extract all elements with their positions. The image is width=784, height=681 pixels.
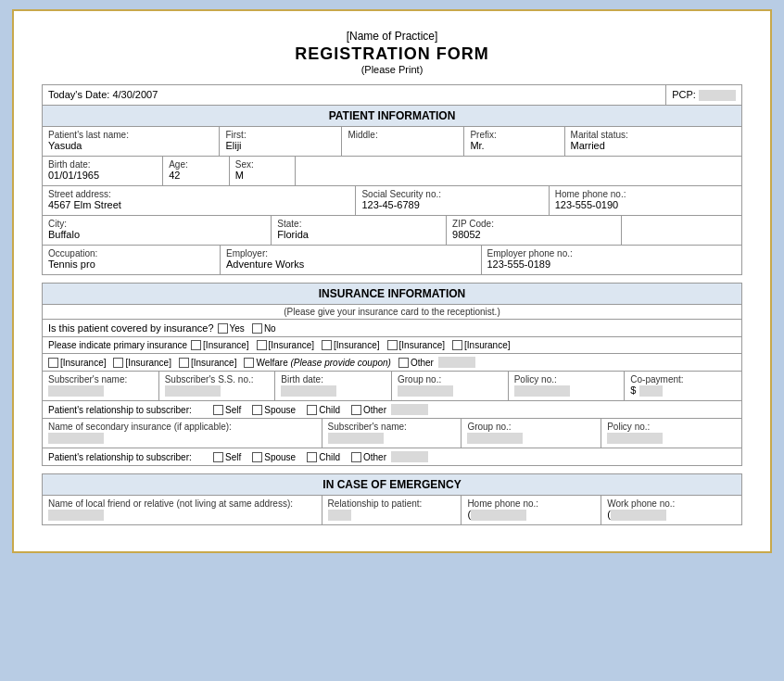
ins4-checkbox[interactable] [387, 340, 398, 350]
secondary-group-value[interactable] [467, 433, 523, 444]
emergency-section-header: IN CASE OF EMERGENCY [43, 474, 741, 496]
subscriber-ss-cell: Subscriber's S.S. no.: [159, 372, 276, 400]
first-name-cell: First: Eliji [220, 127, 342, 156]
group-no-cell: Group no.: [392, 372, 509, 400]
policy-no-value[interactable] [514, 385, 570, 397]
empty-cell [296, 157, 741, 185]
self-checkbox[interactable] [213, 405, 223, 415]
ins1-checkbox[interactable] [191, 340, 201, 350]
form-title: REGISTRATION FORM [42, 44, 742, 64]
sex-cell: Sex: M [230, 157, 297, 185]
ins1-checkbox-item: [Insurance] [191, 340, 248, 350]
city-cell: City: Buffalo [43, 216, 272, 245]
other2-checkbox-item: Other [351, 451, 428, 462]
child-checkbox[interactable] [307, 405, 317, 415]
covered-row: Is this patient covered by insurance? Ye… [43, 320, 741, 337]
relationship-row-2: Patient's relationship to subscriber: Se… [43, 448, 741, 465]
insurance-subheader: (Please give your insurance card to the … [43, 305, 741, 320]
welfare-checkbox-item: Welfare (Please provide coupon) [244, 358, 390, 368]
secondary-ins-cell: Name of secondary insurance (if applicab… [43, 419, 322, 448]
subscriber-grid: Subscriber's name: Subscriber's S.S. no.… [43, 372, 741, 401]
ins3-checkbox-item: [Insurance] [322, 340, 379, 350]
other2-checkbox[interactable] [351, 452, 361, 462]
name-row: Patient's last name: Yasuda First: Eliji… [43, 127, 741, 157]
other-checkbox-item: Other [398, 357, 475, 368]
ins5-checkbox-item: [Insurance] [452, 340, 510, 350]
birth-row: Birth date: 01/01/1965 Age: 42 Sex: M [43, 157, 741, 186]
primary-insurance-row: Please indicate primary insurance [Insur… [43, 337, 741, 354]
spouse-checkbox[interactable] [252, 405, 262, 415]
ins8-checkbox[interactable] [179, 358, 189, 368]
subscriber-name-value[interactable] [48, 385, 104, 397]
ins6-checkbox[interactable] [48, 358, 58, 368]
rel-to-patient-value[interactable] [328, 510, 351, 521]
rel-to-patient-cell: Relationship to patient: [322, 496, 462, 524]
occupation-cell: Occupation: Tennis pro [43, 246, 221, 274]
registration-form: [Name of Practice] REGISTRATION FORM (Pl… [12, 9, 772, 553]
zip-cell: ZIP Code: 98052 [447, 216, 622, 245]
other-rel-value[interactable] [391, 404, 428, 415]
state-cell: State: Florida [272, 216, 447, 245]
secondary-subscriber-value[interactable] [328, 433, 384, 444]
spouse2-checkbox[interactable] [252, 452, 262, 462]
relationship-row-1: Patient's relationship to subscriber: Se… [43, 401, 741, 419]
patient-section: Today's Date: 4/30/2007 PCP: PATIENT INF… [42, 84, 742, 275]
policy-no-cell: Policy no.: [509, 372, 626, 400]
secondary-subscriber-cell: Subscriber's name: [322, 419, 462, 448]
last-name-cell: Patient's last name: Yasuda [43, 127, 220, 156]
zip-empty [622, 216, 741, 245]
copay-value[interactable] [639, 385, 663, 397]
ins2-checkbox-item: [Insurance] [257, 340, 314, 350]
friend-cell: Name of local friend or relative (not li… [43, 496, 322, 524]
birth-date-ins-cell: Birth date: [275, 372, 392, 400]
pcp-value[interactable] [699, 90, 736, 101]
city-row: City: Buffalo State: Florida ZIP Code: 9… [43, 216, 741, 246]
yes-checkbox[interactable] [218, 323, 228, 334]
ins4-checkbox-item: [Insurance] [387, 340, 445, 350]
self2-checkbox[interactable] [213, 452, 223, 462]
other-rel-checkbox[interactable] [351, 405, 361, 415]
occupation-row: Occupation: Tennis pro Employer: Adventu… [43, 246, 741, 274]
other-rel-checkbox-item: Other [351, 404, 428, 415]
ins2-checkbox[interactable] [257, 340, 267, 350]
em-home-phone-cell: Home phone no.: ( [462, 496, 601, 524]
self-checkbox-item: Self [213, 405, 241, 415]
subscriber-ss-value[interactable] [165, 385, 221, 397]
ins5-checkbox[interactable] [452, 340, 462, 350]
other2-value[interactable] [391, 451, 428, 462]
secondary-policy-cell: Policy no.: [601, 419, 741, 448]
subscriber-name-cell: Subscriber's name: [43, 372, 159, 400]
middle-cell: Middle: [342, 127, 464, 156]
ins3-checkbox[interactable] [322, 340, 332, 350]
ins7-checkbox-item: [Insurance] [113, 358, 171, 368]
ins8-checkbox-item: [Insurance] [179, 358, 236, 368]
street-row: Street address: 4567 Elm Street Social S… [43, 186, 741, 216]
copay-cell: Co-payment: $ [625, 372, 741, 400]
em-work-phone-value[interactable] [611, 510, 666, 521]
date-field: Today's Date: 4/30/2007 [43, 85, 665, 105]
child2-checkbox[interactable] [307, 452, 317, 462]
no-checkbox-item: No [252, 323, 276, 334]
employer-cell: Employer: Adventure Works [221, 246, 482, 274]
street-cell: Street address: 4567 Elm Street [43, 186, 356, 215]
ins7-checkbox[interactable] [113, 358, 123, 368]
child-checkbox-item: Child [307, 405, 340, 415]
child2-checkbox-item: Child [307, 452, 340, 462]
em-home-phone-value[interactable] [471, 510, 526, 521]
ins6-checkbox-item: [Insurance] [48, 358, 106, 368]
friend-value[interactable] [48, 510, 104, 521]
spouse-checkbox-item: Spouse [252, 405, 296, 415]
no-checkbox[interactable] [252, 323, 262, 334]
pcp-field: PCP: [665, 85, 741, 105]
other-checkbox[interactable] [398, 358, 409, 368]
group-no-value[interactable] [398, 385, 453, 397]
secondary-grid: Name of secondary insurance (if applicab… [43, 419, 741, 448]
other-value[interactable] [438, 357, 475, 368]
secondary-ins-value[interactable] [48, 433, 104, 444]
age-cell: Age: 42 [163, 157, 230, 185]
home-phone-cell: Home phone no.: 123-555-0190 [550, 186, 741, 215]
birth-date-ins-value[interactable] [281, 385, 336, 397]
secondary-policy-value[interactable] [607, 433, 663, 444]
welfare-checkbox[interactable] [244, 358, 254, 368]
emergency-grid: Name of local friend or relative (not li… [43, 496, 741, 524]
